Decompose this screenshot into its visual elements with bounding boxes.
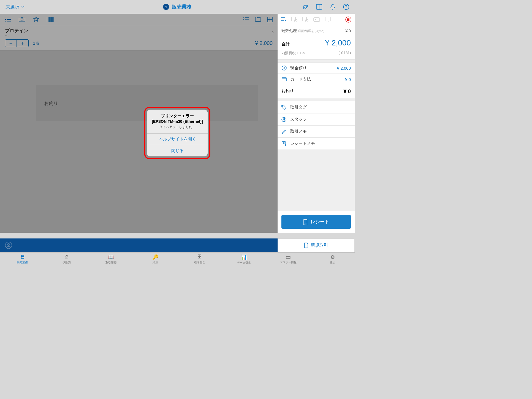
close-button[interactable]: 閉じる bbox=[147, 145, 208, 156]
modal-overlay: プリンターエラー [EPSON TM-m30 (Ethernet)] タイムアウ… bbox=[0, 0, 355, 266]
modal-highlight: プリンターエラー [EPSON TM-m30 (Ethernet)] タイムアウ… bbox=[144, 107, 210, 159]
alert-subtitle: [EPSON TM-m30 (Ethernet)] bbox=[147, 119, 208, 124]
alert-title: プリンターエラー bbox=[147, 110, 208, 119]
alert-dialog: プリンターエラー [EPSON TM-m30 (Ethernet)] タイムアウ… bbox=[147, 110, 208, 156]
help-button[interactable]: ヘルプサイトを開く bbox=[147, 133, 208, 145]
alert-message: タイムアウトしました。 bbox=[147, 124, 208, 133]
